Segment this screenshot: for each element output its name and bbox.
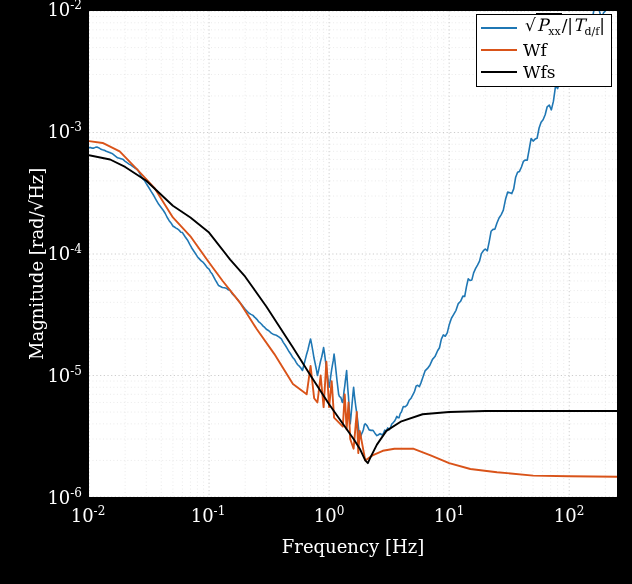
ytick-label: 10-3: [12, 120, 82, 142]
legend-swatch: [481, 27, 517, 29]
xtick-label: 10-1: [188, 504, 228, 526]
ytick-label: 10-5: [12, 364, 82, 386]
xtick-label: 100: [309, 504, 349, 526]
ytick-label: 10-4: [12, 242, 82, 264]
legend-label: Wfs: [523, 61, 556, 83]
ytick-label: 10-2: [12, 0, 82, 20]
legend-swatch: [481, 49, 517, 51]
legend: √Pxx/|Td/f| Wf Wfs: [476, 14, 612, 87]
legend-label: √Pxx/|Td/f|: [523, 13, 605, 43]
xtick-label: 10-2: [68, 504, 108, 526]
legend-item: √Pxx/|Td/f|: [481, 17, 605, 39]
plot-area: √Pxx/|Td/f| Wf Wfs: [88, 10, 618, 498]
legend-item: Wfs: [481, 61, 605, 83]
x-axis-label: Frequency [Hz]: [88, 536, 618, 557]
legend-swatch: [481, 71, 517, 73]
xtick-label: 101: [429, 504, 469, 526]
xtick-label: 102: [549, 504, 589, 526]
figure: Magnitude [rad/√Hz] Frequency [Hz] 10-6 …: [0, 0, 632, 584]
